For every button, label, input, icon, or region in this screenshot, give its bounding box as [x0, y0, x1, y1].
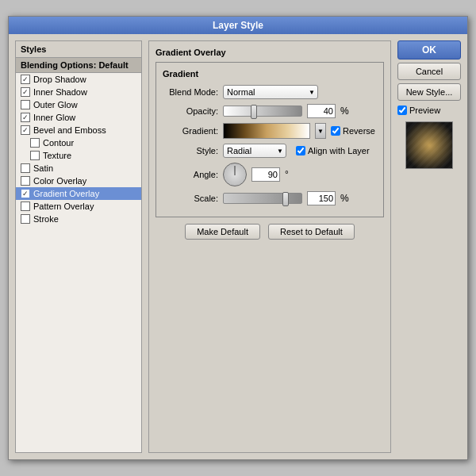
scale-thumb[interactable]	[282, 192, 289, 206]
left-panel: Styles Blending Options: Default Drop Sh…	[15, 40, 142, 453]
blend-mode-row: Blend Mode: Normal	[163, 85, 377, 99]
satin-label: Satin	[33, 163, 53, 173]
gradient-group: Gradient Blend Mode: Normal Opacity:	[155, 62, 384, 217]
new-style-button[interactable]: New Style...	[397, 83, 461, 101]
outer-glow-label: Outer Glow	[33, 100, 78, 109]
preview-inner	[406, 122, 452, 168]
right-panel: OK Cancel New Style... Preview	[397, 40, 461, 453]
sidebar-item-inner-shadow[interactable]: Inner Shadow	[16, 86, 141, 98]
sidebar-item-pattern-overlay[interactable]: Pattern Overlay	[16, 200, 141, 213]
sidebar-item-inner-glow[interactable]: Inner Glow	[16, 111, 141, 124]
sidebar-item-satin[interactable]: Satin	[16, 162, 141, 175]
style-label: Style:	[163, 146, 218, 155]
opacity-unit: %	[340, 106, 349, 117]
color-overlay-label: Color Overlay	[33, 176, 86, 186]
angle-label: Angle:	[163, 170, 218, 179]
blending-options-header[interactable]: Blending Options: Default	[16, 58, 141, 73]
opacity-slider[interactable]	[223, 106, 302, 117]
scale-row: Scale: %	[163, 191, 377, 205]
align-layer-checkbox[interactable]	[296, 146, 305, 155]
reverse-checkbox[interactable]	[331, 126, 340, 136]
satin-checkbox[interactable]	[21, 163, 30, 173]
style-row: Style: Radial Align with Layer	[163, 144, 377, 158]
blend-mode-label: Blend Mode:	[163, 87, 218, 97]
scale-label: Scale:	[163, 194, 218, 203]
reverse-text: Reverse	[343, 126, 375, 136]
drop-shadow-checkbox[interactable]	[21, 75, 30, 84]
sidebar-item-bevel-emboss[interactable]: Bevel and Emboss	[16, 124, 141, 136]
gradient-dropdown-arrow[interactable]: ▼	[315, 123, 326, 139]
reset-default-button[interactable]: Reset to Default	[268, 224, 355, 240]
blend-mode-select[interactable]: Normal	[223, 85, 318, 99]
sidebar-item-gradient-overlay[interactable]: Gradient Overlay	[16, 187, 141, 200]
inner-glow-label: Inner Glow	[33, 113, 75, 122]
texture-label: Texture	[43, 151, 71, 160]
make-default-button[interactable]: Make Default	[185, 224, 260, 240]
bevel-emboss-label: Bevel and Emboss	[33, 125, 106, 135]
stroke-label: Stroke	[33, 214, 59, 224]
inner-shadow-checkbox[interactable]	[21, 87, 30, 97]
cancel-button[interactable]: Cancel	[397, 63, 461, 80]
angle-needle	[235, 166, 236, 175]
sidebar-item-stroke[interactable]: Stroke	[16, 213, 141, 225]
pattern-overlay-checkbox[interactable]	[21, 202, 30, 211]
drop-shadow-label: Drop Shadow	[33, 75, 86, 84]
dialog-title: Layer Style	[9, 17, 467, 34]
sidebar-item-contour[interactable]: Contour	[16, 136, 141, 149]
angle-unit: °	[285, 169, 289, 180]
ok-button[interactable]: OK	[397, 40, 461, 60]
contour-checkbox[interactable]	[30, 138, 40, 148]
angle-dial[interactable]	[223, 163, 247, 186]
scale-unit: %	[340, 193, 349, 204]
preview-text: Preview	[409, 106, 440, 115]
style-select[interactable]: Radial	[223, 144, 286, 158]
sidebar-item-outer-glow[interactable]: Outer Glow	[16, 98, 141, 111]
preview-box	[405, 121, 453, 169]
angle-row: Angle: °	[163, 163, 377, 186]
outer-glow-checkbox[interactable]	[21, 100, 30, 109]
opacity-label: Opacity:	[163, 106, 218, 116]
bevel-emboss-checkbox[interactable]	[21, 125, 30, 135]
center-panel: Gradient Overlay Gradient Blend Mode: No…	[148, 40, 391, 453]
opacity-thumb[interactable]	[251, 105, 257, 119]
layer-style-dialog: Layer Style Styles Blending Options: Def…	[8, 16, 468, 460]
gradient-group-title: Gradient	[163, 69, 377, 79]
gradient-preview[interactable]	[223, 123, 310, 139]
gradient-overlay-panel: Gradient Overlay Gradient Blend Mode: No…	[148, 40, 391, 453]
reverse-label[interactable]: Reverse	[331, 126, 375, 136]
align-layer-text: Align with Layer	[308, 146, 370, 155]
align-layer-label[interactable]: Align with Layer	[296, 146, 370, 155]
sidebar-item-drop-shadow[interactable]: Drop Shadow	[16, 73, 141, 86]
stroke-checkbox[interactable]	[21, 214, 30, 224]
opacity-row: Opacity: %	[163, 104, 377, 118]
scale-slider[interactable]	[223, 193, 302, 204]
texture-checkbox[interactable]	[30, 151, 40, 160]
preview-checkbox[interactable]	[397, 106, 407, 115]
pattern-overlay-label: Pattern Overlay	[33, 202, 94, 211]
style-select-wrapper[interactable]: Radial	[223, 144, 286, 158]
gradient-label: Gradient:	[163, 126, 218, 136]
gradient-overlay-label: Gradient Overlay	[33, 189, 99, 198]
inner-glow-checkbox[interactable]	[21, 113, 30, 122]
sidebar-item-texture[interactable]: Texture	[16, 149, 141, 162]
scale-input[interactable]	[307, 191, 336, 205]
inner-shadow-label: Inner Shadow	[33, 87, 87, 97]
panel-title: Gradient Overlay	[155, 48, 384, 57]
contour-label: Contour	[43, 138, 74, 148]
color-overlay-checkbox[interactable]	[21, 176, 30, 186]
angle-input[interactable]	[251, 167, 280, 182]
gradient-overlay-checkbox[interactable]	[21, 189, 30, 198]
blend-mode-select-wrapper[interactable]: Normal	[223, 85, 318, 99]
bottom-buttons: Make Default Reset to Default	[155, 224, 384, 240]
sidebar-item-color-overlay[interactable]: Color Overlay	[16, 175, 141, 187]
opacity-input[interactable]	[307, 104, 336, 118]
styles-header: Styles	[16, 41, 141, 58]
gradient-row: Gradient: ▼ Reverse	[163, 123, 377, 139]
preview-label[interactable]: Preview	[397, 106, 461, 115]
